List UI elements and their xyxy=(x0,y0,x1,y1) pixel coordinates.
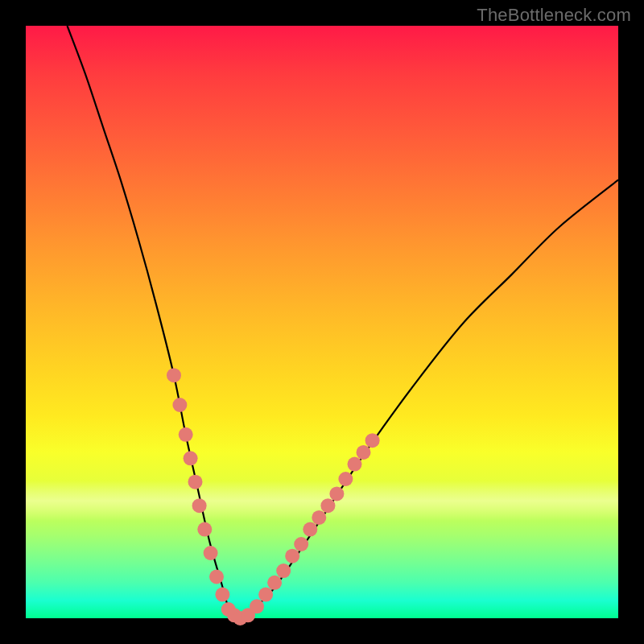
bottleneck-curve xyxy=(68,26,619,619)
marker-dot xyxy=(276,564,291,578)
marker-dot xyxy=(179,427,193,442)
marker-dot xyxy=(184,451,198,465)
marker-dot xyxy=(338,472,353,486)
chart-svg xyxy=(26,26,618,618)
marker-dot xyxy=(357,445,371,460)
plot-area xyxy=(26,26,618,618)
marker-dot xyxy=(365,433,380,448)
marker-dot xyxy=(329,486,344,501)
marker-dot xyxy=(197,522,212,537)
marker-dot xyxy=(215,588,229,602)
marker-dot xyxy=(285,549,299,564)
marker-dot xyxy=(303,522,317,537)
marker-dot xyxy=(204,546,218,560)
marker-dot xyxy=(188,475,203,489)
marker-dot xyxy=(312,510,326,525)
marker-dot xyxy=(209,570,224,584)
marker-dot xyxy=(192,498,207,513)
marker-dot xyxy=(167,368,181,382)
chart-frame: TheBottleneck.com xyxy=(0,0,644,644)
marker-dot xyxy=(250,599,264,613)
marker-dot xyxy=(348,457,362,472)
marker-dot xyxy=(172,398,187,412)
marker-dot xyxy=(320,498,335,513)
marker-dot xyxy=(267,576,282,590)
marker-dot xyxy=(258,588,273,602)
watermark-text: TheBottleneck.com xyxy=(477,5,631,26)
marker-dot xyxy=(294,537,308,551)
